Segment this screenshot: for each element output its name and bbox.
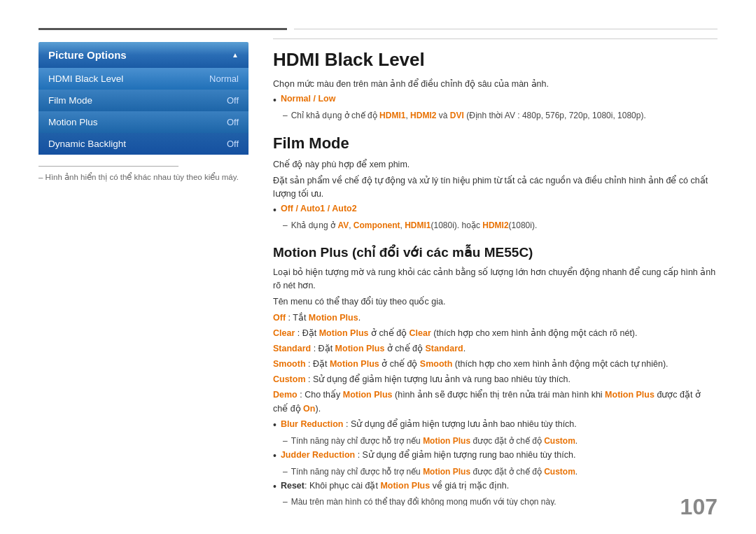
em-dash-3: – bbox=[283, 435, 288, 447]
motion-line-custom: Custom : Sử dụng để giảm hiện tượng lưu … bbox=[273, 372, 718, 386]
top-bar bbox=[0, 28, 756, 30]
menu-item-dynamic-label: Dynamic Backlight bbox=[48, 139, 126, 149]
note-divider bbox=[38, 166, 178, 167]
judder-reduction-bullet: • Judder Reduction : Sử dụng để giảm hiệ… bbox=[273, 449, 718, 463]
bullet-dot-2: • bbox=[273, 204, 276, 218]
film-emdash-text: Khả dụng ở AV, Component, HDMI1(1080i). … bbox=[291, 219, 538, 232]
em-dash-5: – bbox=[283, 496, 288, 506]
hdmi-options: Normal / Low bbox=[281, 94, 335, 104]
judder-reduction-text: Judder Reduction : Sử dụng để giảm hiện … bbox=[281, 449, 575, 460]
blur-sub: – Tính năng này chỉ được hỗ trợ nếu Moti… bbox=[283, 435, 718, 447]
motion-line-smooth: Smooth : Đặt Motion Plus ở chế độ Smooth… bbox=[273, 357, 718, 371]
menu-item-film-value: Off bbox=[227, 95, 239, 106]
motion-intro: Loại bỏ hiện tượng mờ và rung khỏi các c… bbox=[273, 266, 718, 293]
em-dash-4: – bbox=[283, 465, 288, 478]
menu-item-hdmi[interactable]: HDMI Black Level Normal bbox=[38, 68, 248, 90]
em-dash-icon: – bbox=[283, 109, 288, 122]
page-number: 107 bbox=[680, 494, 718, 520]
hdmi-emdash-text: Chỉ khả dụng ở chế độ HDMI1, HDMI2 và DV… bbox=[291, 109, 646, 122]
picture-options-header: Picture Options ▲ bbox=[38, 42, 248, 68]
bullet-dot-3: • bbox=[273, 419, 276, 433]
film-emdash: – Khả dụng ở AV, Component, HDMI1(1080i)… bbox=[283, 219, 718, 232]
bullet-dot-4: • bbox=[273, 449, 276, 463]
hdmi-title: HDMI Black Level bbox=[273, 49, 718, 71]
right-content: HDMI Black Level Chọn mức màu đen trên m… bbox=[273, 38, 718, 506]
motion-line-off: Off : Tắt Motion Plus. bbox=[273, 311, 718, 325]
hdmi-desc: Chọn mức màu đen trên màn ảnh để điều ch… bbox=[273, 78, 718, 91]
hdmi-bullet-1: • Normal / Low bbox=[273, 94, 718, 108]
motion-line-standard: Standard : Đặt Motion Plus ở chế độ Stan… bbox=[273, 342, 718, 356]
menu-item-hdmi-value: Normal bbox=[209, 73, 239, 84]
blur-reduction-text: Blur Reduction : Sử dụng để giảm hiện tư… bbox=[281, 419, 577, 429]
em-dash-icon-2: – bbox=[283, 219, 288, 232]
film-options: Off / Auto1 / Auto2 bbox=[281, 204, 357, 213]
bullet-dot-5: • bbox=[273, 480, 276, 494]
right-top-line bbox=[273, 38, 718, 39]
picture-options-label: Picture Options bbox=[48, 49, 127, 61]
blur-sub-text: Tính năng này chỉ được hỗ trợ nếu Motion… bbox=[291, 435, 578, 447]
menu-item-motionplus-value: Off bbox=[227, 117, 239, 127]
menu-item-motionplus[interactable]: Motion Plus Off bbox=[38, 111, 248, 133]
reset-sub1: – Màu trên màn hình có thể thay đổi khôn… bbox=[283, 496, 718, 506]
bullet-dot: • bbox=[273, 94, 276, 108]
film-bullet-1: • Off / Auto1 / Auto2 bbox=[273, 204, 718, 218]
menu-item-film-label: Film Mode bbox=[48, 95, 92, 106]
film-title: Film Mode bbox=[273, 134, 718, 153]
left-panel: Picture Options ▲ HDMI Black Level Norma… bbox=[38, 42, 248, 182]
arrow-up-icon: ▲ bbox=[232, 51, 239, 59]
reset-sub1-text: Màu trên màn hình có thể thay đổi không … bbox=[291, 496, 556, 506]
menu-item-dynamic[interactable]: Dynamic Backlight Off bbox=[38, 133, 248, 155]
menu-item-film[interactable]: Film Mode Off bbox=[38, 90, 248, 111]
film-desc2: Đặt sản phẩm về chế độ tự động và xử lý … bbox=[273, 174, 718, 201]
menu-item-dynamic-value: Off bbox=[227, 139, 239, 149]
hdmi-emdash: – Chỉ khả dụng ở chế độ HDMI1, HDMI2 và … bbox=[283, 109, 718, 122]
blur-reduction-bullet: • Blur Reduction : Sử dụng để giảm hiện … bbox=[273, 419, 718, 433]
motion-line-clear: Clear : Đặt Motion Plus ở chế độ Clear (… bbox=[273, 326, 718, 340]
top-bar-left-line bbox=[38, 28, 287, 30]
film-desc1: Chế độ này phù hợp để xem phim. bbox=[273, 158, 718, 171]
note-text: – Hình ảnh hiển thị có thể khác nhau tùy… bbox=[38, 172, 248, 182]
motion-title: Motion Plus (chỉ đổi với các mẫu ME55C) bbox=[273, 244, 718, 260]
menu-item-hdmi-label: HDMI Black Level bbox=[48, 73, 123, 84]
judder-sub: – Tính năng này chỉ được hỗ trợ nếu Moti… bbox=[283, 465, 718, 478]
motion-line-demo: Demo : Cho thấy Motion Plus (hình ảnh sẽ… bbox=[273, 388, 718, 416]
menu-item-motionplus-label: Motion Plus bbox=[48, 117, 98, 127]
reset-bullet: • Reset: Khôi phục cài đặt Motion Plus v… bbox=[273, 480, 718, 494]
top-bar-right-line bbox=[294, 29, 718, 29]
motion-name-note: Tên menu có thể thay đổi tùy theo quốc g… bbox=[273, 295, 718, 309]
reset-text: Reset: Khôi phục cài đặt Motion Plus về … bbox=[281, 480, 509, 491]
judder-sub-text: Tính năng này chỉ được hỗ trợ nếu Motion… bbox=[291, 465, 578, 478]
